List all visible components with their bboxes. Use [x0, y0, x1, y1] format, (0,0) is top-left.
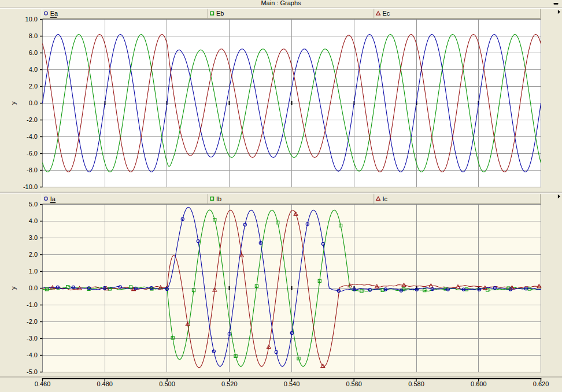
svg-text:-10.0: -10.0: [23, 183, 38, 190]
svg-text:0.520: 0.520: [221, 380, 238, 387]
svg-text:-5.0: -5.0: [27, 368, 38, 375]
svg-text:-2.0: -2.0: [27, 318, 38, 325]
svg-text:0.500: 0.500: [159, 380, 175, 387]
svg-text:0.480: 0.480: [97, 380, 113, 387]
svg-text:1.0: 1.0: [29, 268, 38, 275]
svg-text:0.560: 0.560: [346, 380, 362, 387]
svg-text:y: y: [10, 286, 17, 290]
svg-text:-3.0: -3.0: [27, 335, 38, 342]
svg-text:0.0: 0.0: [29, 284, 38, 291]
svg-text:Ic: Ic: [382, 195, 387, 202]
svg-text:Ib: Ib: [216, 195, 221, 202]
svg-text:0.580: 0.580: [408, 380, 424, 387]
svg-text:Ia: Ia: [50, 195, 56, 202]
svg-text:0.620: 0.620: [533, 380, 549, 387]
svg-text:-4.0: -4.0: [27, 133, 38, 140]
svg-text:-1.0: -1.0: [27, 301, 38, 308]
svg-text:-6.0: -6.0: [27, 150, 38, 157]
svg-text:2.0: 2.0: [29, 251, 38, 258]
svg-text:-2.0: -2.0: [27, 116, 38, 123]
svg-text:0.540: 0.540: [284, 380, 300, 387]
svg-text:6.0: 6.0: [29, 49, 38, 56]
svg-text:2.0: 2.0: [29, 83, 38, 90]
svg-text:3.0: 3.0: [29, 234, 38, 241]
svg-text:4.0: 4.0: [29, 217, 38, 224]
svg-text:10.0: 10.0: [25, 16, 38, 23]
svg-text:Ea: Ea: [50, 10, 58, 17]
svg-text:Main : Graphs: Main : Graphs: [261, 0, 301, 6]
svg-text:-4.0: -4.0: [27, 352, 38, 358]
svg-text:y: y: [10, 101, 17, 105]
svg-text:Eb: Eb: [216, 10, 224, 17]
svg-text:-8.0: -8.0: [27, 167, 38, 173]
svg-text:0.0: 0.0: [29, 99, 38, 106]
svg-text:4.0: 4.0: [29, 66, 38, 73]
svg-text:8.0: 8.0: [29, 32, 38, 39]
svg-text:0.600: 0.600: [471, 380, 487, 387]
svg-text:Ec: Ec: [382, 10, 390, 17]
svg-text:5.0: 5.0: [29, 201, 38, 208]
svg-text:0.460: 0.460: [35, 380, 51, 387]
